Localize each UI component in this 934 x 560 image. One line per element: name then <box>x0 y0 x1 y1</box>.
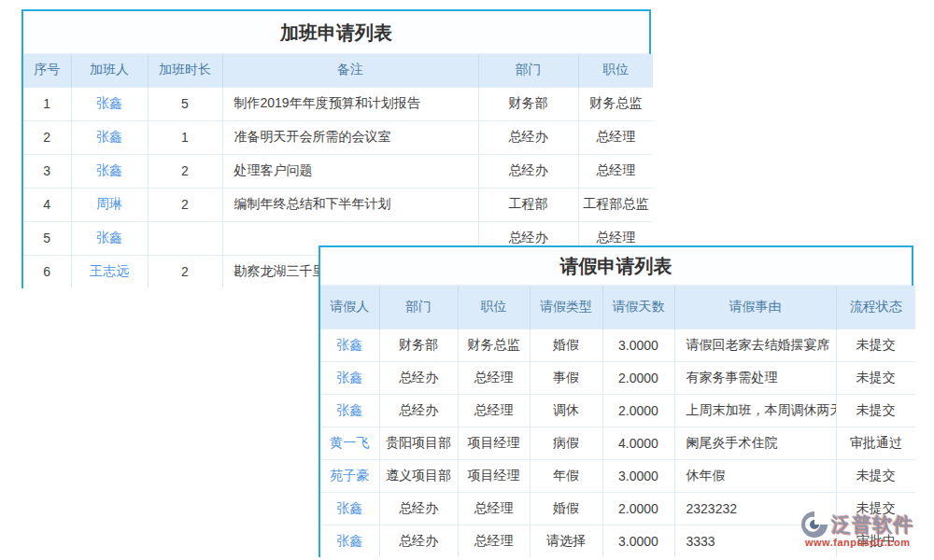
table-row: 黄一飞贵阳项目部项目经理病假4.0000阑尾炎手术住院审批通过 <box>320 427 915 459</box>
cell: 遵义项目部 <box>379 459 458 492</box>
column-header: 加班时长 <box>148 54 222 87</box>
cell: 2 <box>148 255 222 288</box>
cell: 4.0000 <box>602 427 674 459</box>
cell: 总经办 <box>379 525 458 557</box>
cell: 3.0000 <box>602 459 674 492</box>
table-row: 苑子豪遵义项目部项目经理年假3.0000休年假未提交 <box>320 459 915 492</box>
cell: 1 <box>23 87 71 120</box>
watermark-url: www.fanpusoft.com <box>800 537 927 548</box>
cell: 2 <box>148 188 222 221</box>
fanpu-logo-icon <box>800 510 829 539</box>
cell: 3 <box>23 154 71 188</box>
cell: 未提交 <box>836 394 915 427</box>
cell: 制作2019年年度预算和计划报告 <box>222 87 478 120</box>
cell: 2.0000 <box>602 361 674 394</box>
person-link[interactable]: 张鑫 <box>71 87 148 120</box>
person-link[interactable]: 张鑫 <box>320 329 379 361</box>
table-row: 4周琳2编制年终总结和下半年计划工程部工程部总监 <box>23 188 653 221</box>
column-header: 请假事由 <box>674 286 836 329</box>
cell: 审批通过 <box>836 427 915 459</box>
cell: 总经办 <box>379 361 458 394</box>
person-link[interactable]: 周琳 <box>71 188 148 221</box>
cell: 总经办 <box>379 394 458 427</box>
column-header: 加班人 <box>71 54 148 87</box>
person-link[interactable]: 黄一飞 <box>320 427 379 459</box>
cell: 2 <box>23 120 71 154</box>
table-row: 张鑫总经办总经理事假2.0000有家务事需处理未提交 <box>320 361 915 394</box>
table-row: 张鑫财务部财务总监婚假3.0000请假回老家去结婚摆宴席未提交 <box>320 329 915 361</box>
person-link[interactable]: 王志远 <box>71 255 148 288</box>
person-link[interactable]: 张鑫 <box>320 394 379 427</box>
cell: 病假 <box>530 427 602 459</box>
leave-panel-title: 请假申请列表 <box>320 247 912 286</box>
person-link[interactable]: 苑子豪 <box>320 459 379 492</box>
cell: 1 <box>148 120 222 154</box>
cell: 请选择 <box>530 525 602 557</box>
column-header: 职位 <box>578 54 653 87</box>
person-link[interactable]: 张鑫 <box>320 361 379 394</box>
cell: 总经理 <box>578 120 653 154</box>
cell: 处理客户问题 <box>222 154 478 188</box>
overtime-panel-title: 加班申请列表 <box>23 11 649 54</box>
column-header: 部门 <box>478 54 578 87</box>
cell: 财务部 <box>379 329 458 361</box>
cell: 3.0000 <box>602 525 674 557</box>
column-header: 序号 <box>23 54 71 87</box>
cell: 贵阳项目部 <box>379 427 458 459</box>
overtime-header-row: 序号加班人加班时长备注部门职位 <box>23 54 653 87</box>
table-row: 张鑫总经办总经理调休2.0000上周末加班，本周调休两天未提交 <box>320 394 915 427</box>
cell: 财务总监 <box>578 87 653 120</box>
cell: 6 <box>23 255 71 288</box>
cell: 编制年终总结和下半年计划 <box>222 188 478 221</box>
cell: 财务部 <box>478 87 578 120</box>
cell: 总经理 <box>458 361 530 394</box>
column-header: 备注 <box>222 54 478 87</box>
person-link[interactable]: 张鑫 <box>320 492 379 525</box>
cell: 2 <box>148 154 222 188</box>
cell: 4 <box>23 188 71 221</box>
person-link[interactable]: 张鑫 <box>71 154 148 188</box>
cell: 总经办 <box>379 492 458 525</box>
cell: 未提交 <box>836 361 915 394</box>
cell: 阑尾炎手术住院 <box>674 427 836 459</box>
cell: 工程部总监 <box>578 188 653 221</box>
column-header: 请假类型 <box>530 286 602 329</box>
person-link[interactable]: 张鑫 <box>71 120 148 154</box>
cell: 财务总监 <box>458 329 530 361</box>
cell: 2.0000 <box>602 394 674 427</box>
cell: 5 <box>23 221 71 255</box>
cell: 2.0000 <box>602 492 674 525</box>
cell: 工程部 <box>478 188 578 221</box>
person-link[interactable]: 张鑫 <box>71 221 148 255</box>
cell: 5 <box>148 87 222 120</box>
cell: 有家务事需处理 <box>674 361 836 394</box>
cell: 3.0000 <box>602 329 674 361</box>
table-row: 2张鑫1准备明天开会所需的会议室总经办总经理 <box>23 120 653 154</box>
cell: 未提交 <box>836 329 915 361</box>
cell: 准备明天开会所需的会议室 <box>222 120 478 154</box>
cell <box>148 221 222 255</box>
cell: 请假回老家去结婚摆宴席 <box>674 329 836 361</box>
cell: 项目经理 <box>458 427 530 459</box>
cell: 上周末加班，本周调休两天 <box>674 394 836 427</box>
cell: 婚假 <box>530 329 602 361</box>
leave-header-row: 请假人部门职位请假类型请假天数请假事由流程状态 <box>320 286 915 329</box>
person-link[interactable]: 张鑫 <box>320 525 379 557</box>
cell: 事假 <box>530 361 602 394</box>
cell: 项目经理 <box>458 459 530 492</box>
column-header: 职位 <box>458 286 530 329</box>
cell: 总经理 <box>578 154 653 188</box>
cell: 总经办 <box>478 120 578 154</box>
column-header: 部门 <box>379 286 458 329</box>
watermark: 泛普软件 www.fanpusoft.com <box>800 510 927 548</box>
cell: 未提交 <box>836 459 915 492</box>
column-header: 请假人 <box>320 286 379 329</box>
cell: 婚假 <box>530 492 602 525</box>
cell: 休年假 <box>674 459 836 492</box>
cell: 总经理 <box>458 525 530 557</box>
column-header: 流程状态 <box>836 286 915 329</box>
cell: 总经办 <box>478 154 578 188</box>
cell: 总经理 <box>458 394 530 427</box>
table-row: 3张鑫2处理客户问题总经办总经理 <box>23 154 653 188</box>
table-row: 1张鑫5制作2019年年度预算和计划报告财务部财务总监 <box>23 87 653 120</box>
